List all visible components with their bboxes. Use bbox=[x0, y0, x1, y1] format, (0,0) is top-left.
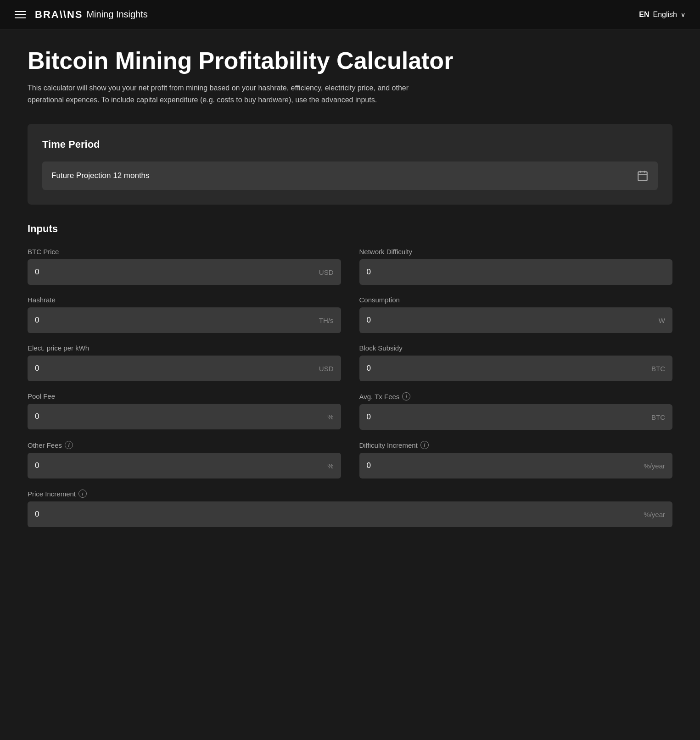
info-icon-price-increment[interactable]: i bbox=[78, 490, 87, 498]
unit-avg-tx-fees: BTC bbox=[651, 413, 665, 421]
input-hashrate[interactable] bbox=[35, 316, 315, 325]
logo-subtitle: Mining Insights bbox=[86, 9, 147, 20]
page-title: Bitcoin Mining Profitability Calculator bbox=[28, 48, 672, 74]
language-code: EN bbox=[639, 11, 649, 19]
input-group-hashrate: HashrateTH/s bbox=[28, 296, 341, 333]
label-other-fees: Other Feesi bbox=[28, 441, 341, 449]
info-icon-difficulty-increment[interactable]: i bbox=[420, 441, 429, 449]
input-group-btc-price: BTC PriceUSD bbox=[28, 248, 341, 285]
unit-hashrate: TH/s bbox=[319, 317, 334, 324]
label-pool-fee: Pool Fee bbox=[28, 392, 341, 400]
info-icon-other-fees[interactable]: i bbox=[65, 441, 73, 449]
info-icon-avg-tx-fees[interactable]: i bbox=[402, 392, 410, 401]
svg-rect-0 bbox=[638, 172, 647, 181]
input-network-difficulty[interactable] bbox=[367, 267, 666, 277]
input-wrapper-price-increment: %/year bbox=[28, 501, 672, 527]
label-consumption: Consumption bbox=[359, 296, 673, 304]
language-selector[interactable]: EN English ∨ bbox=[639, 11, 685, 19]
input-group-block-subsidy: Block SubsidyBTC bbox=[359, 344, 673, 381]
navbar-left: BRA\\NS Mining Insights bbox=[15, 9, 148, 21]
input-btc-price[interactable] bbox=[35, 267, 315, 277]
input-block-subsidy[interactable] bbox=[367, 364, 648, 373]
inputs-grid: BTC PriceUSDNetwork DifficultyHashrateTH… bbox=[28, 248, 672, 527]
calendar-icon bbox=[637, 170, 649, 182]
input-group-pool-fee: Pool Fee% bbox=[28, 392, 341, 430]
input-price-increment[interactable] bbox=[35, 510, 640, 519]
logo-brand: BRA\\NS bbox=[35, 9, 83, 21]
input-wrapper-hashrate: TH/s bbox=[28, 307, 341, 333]
input-group-avg-tx-fees: Avg. Tx FeesiBTC bbox=[359, 392, 673, 430]
time-period-section-title: Time Period bbox=[42, 139, 658, 150]
main-content: Bitcoin Mining Profitability Calculator … bbox=[0, 29, 700, 564]
hamburger-line-2 bbox=[15, 14, 26, 15]
unit-price-increment: %/year bbox=[644, 511, 665, 518]
input-group-network-difficulty: Network Difficulty bbox=[359, 248, 673, 285]
unit-elec-price: USD bbox=[319, 365, 334, 373]
input-group-consumption: ConsumptionW bbox=[359, 296, 673, 333]
page-description: This calculator will show you your net p… bbox=[28, 82, 441, 106]
language-chevron-icon: ∨ bbox=[681, 11, 685, 18]
inputs-section: Inputs BTC PriceUSDNetwork DifficultyHas… bbox=[28, 223, 672, 527]
language-name: English bbox=[653, 11, 677, 19]
label-difficulty-increment: Difficulty Incrementi bbox=[359, 441, 673, 449]
label-price-increment: Price Incrementi bbox=[28, 490, 672, 498]
input-wrapper-difficulty-increment: %/year bbox=[359, 453, 673, 478]
time-period-selector-button[interactable]: Future Projection 12 months bbox=[42, 161, 658, 190]
unit-pool-fee: % bbox=[327, 413, 333, 421]
input-avg-tx-fees[interactable] bbox=[367, 412, 648, 422]
input-wrapper-pool-fee: % bbox=[28, 404, 341, 429]
logo: BRA\\NS Mining Insights bbox=[35, 9, 148, 21]
hamburger-menu[interactable] bbox=[15, 11, 26, 18]
unit-other-fees: % bbox=[327, 462, 333, 470]
input-wrapper-block-subsidy: BTC bbox=[359, 356, 673, 381]
input-elec-price[interactable] bbox=[35, 364, 315, 373]
label-elec-price: Elect. price per kWh bbox=[28, 344, 341, 352]
unit-difficulty-increment: %/year bbox=[644, 462, 665, 470]
unit-consumption: W bbox=[659, 317, 665, 324]
input-other-fees[interactable] bbox=[35, 461, 324, 470]
label-network-difficulty: Network Difficulty bbox=[359, 248, 673, 256]
input-group-difficulty-increment: Difficulty Incrementi%/year bbox=[359, 441, 673, 478]
label-avg-tx-fees: Avg. Tx Feesi bbox=[359, 392, 673, 401]
input-group-other-fees: Other Feesi% bbox=[28, 441, 341, 478]
label-btc-price: BTC Price bbox=[28, 248, 341, 256]
navbar: BRA\\NS Mining Insights EN English ∨ bbox=[0, 0, 700, 29]
input-wrapper-network-difficulty bbox=[359, 259, 673, 285]
input-consumption[interactable] bbox=[367, 316, 655, 325]
label-block-subsidy: Block Subsidy bbox=[359, 344, 673, 352]
input-group-elec-price: Elect. price per kWhUSD bbox=[28, 344, 341, 381]
input-wrapper-consumption: W bbox=[359, 307, 673, 333]
unit-btc-price: USD bbox=[319, 268, 334, 276]
hamburger-line-1 bbox=[15, 11, 26, 12]
input-group-price-increment: Price Incrementi%/year bbox=[28, 490, 672, 527]
input-wrapper-avg-tx-fees: BTC bbox=[359, 404, 673, 430]
hamburger-line-3 bbox=[15, 17, 26, 18]
input-wrapper-btc-price: USD bbox=[28, 259, 341, 285]
inputs-section-title: Inputs bbox=[28, 223, 672, 235]
input-pool-fee[interactable] bbox=[35, 412, 324, 421]
unit-block-subsidy: BTC bbox=[651, 365, 665, 373]
time-period-card: Time Period Future Projection 12 months bbox=[28, 124, 672, 205]
input-difficulty-increment[interactable] bbox=[367, 461, 640, 470]
label-hashrate: Hashrate bbox=[28, 296, 341, 304]
time-period-selected-value: Future Projection 12 months bbox=[51, 171, 150, 180]
input-wrapper-other-fees: % bbox=[28, 453, 341, 478]
input-wrapper-elec-price: USD bbox=[28, 356, 341, 381]
